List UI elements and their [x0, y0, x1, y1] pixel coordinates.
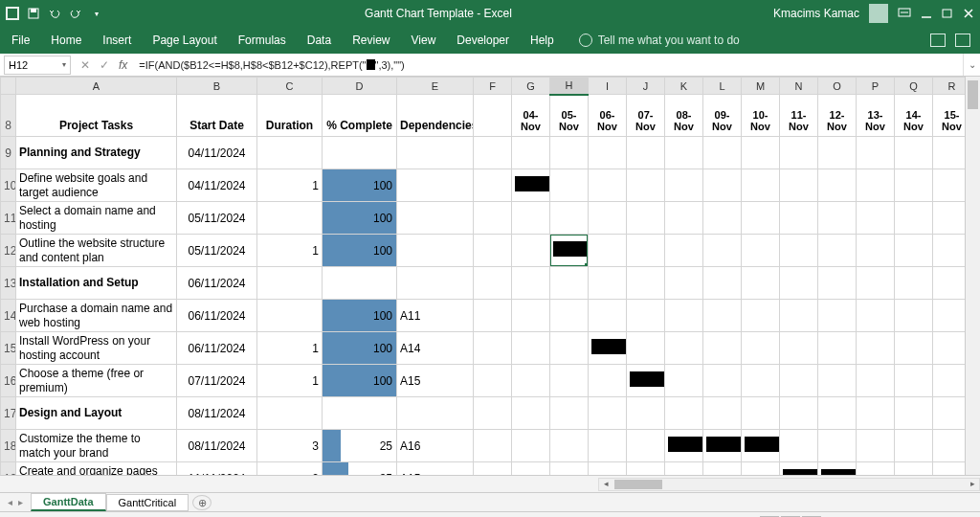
cell-dep[interactable] [397, 169, 474, 202]
col-header-O[interactable]: O [818, 78, 857, 95]
cell[interactable] [818, 137, 857, 169]
cell[interactable] [550, 365, 589, 397]
cell[interactable] [857, 137, 895, 169]
cell-complete[interactable]: 100 [323, 235, 397, 267]
col-header-G[interactable]: G [512, 78, 550, 95]
maximize-icon[interactable] [942, 8, 953, 19]
cell[interactable] [857, 397, 895, 430]
cell[interactable] [780, 365, 818, 397]
sheet-tab-ganttcritical[interactable]: GanttCritical [106, 494, 189, 511]
scroll-left-icon[interactable]: ◂ [599, 479, 612, 490]
cell[interactable] [589, 300, 627, 332]
cell-duration[interactable] [257, 267, 323, 300]
col-header-H[interactable]: H [550, 78, 589, 95]
cell[interactable] [589, 397, 627, 430]
cell-duration[interactable] [257, 397, 323, 430]
cell[interactable] [665, 300, 703, 332]
worksheet[interactable]: ABCDEFGHIJKLMNOPQR8Project TasksStart Da… [0, 77, 980, 475]
cell-date[interactable]: 04/11/2024 [177, 169, 257, 202]
cell[interactable] [550, 169, 589, 202]
cell[interactable] [895, 332, 933, 365]
row-header-9[interactable]: 9 [1, 137, 16, 169]
cell[interactable] [512, 169, 550, 202]
hdr-date-11[interactable]: 14-Nov [895, 95, 933, 137]
cell[interactable] [857, 365, 895, 397]
cell[interactable] [627, 332, 665, 365]
close-icon[interactable] [963, 8, 974, 19]
cell-dep[interactable]: A16 [397, 430, 474, 462]
cell-duration[interactable] [257, 300, 323, 332]
cell[interactable] [665, 332, 703, 365]
cell[interactable] [742, 169, 780, 202]
cell[interactable] [742, 267, 780, 300]
hdr-date-9[interactable]: 12-Nov [818, 95, 857, 137]
cell[interactable] [703, 300, 742, 332]
cell[interactable] [818, 169, 857, 202]
cell[interactable] [703, 332, 742, 365]
cell[interactable] [474, 235, 512, 267]
cell-complete[interactable] [323, 397, 397, 430]
col-header-I[interactable]: I [589, 78, 627, 95]
row-header-12[interactable]: 12 [1, 235, 16, 267]
col-header-E[interactable]: E [397, 78, 474, 95]
cell[interactable] [818, 430, 857, 462]
cell[interactable] [589, 462, 627, 476]
cell-duration[interactable]: 1 [257, 169, 323, 202]
cell[interactable] [512, 300, 550, 332]
cell-complete[interactable]: 100 [323, 365, 397, 397]
col-header-C[interactable]: C [257, 78, 323, 95]
cell-date[interactable]: 06/11/2024 [177, 267, 257, 300]
cell[interactable] [627, 300, 665, 332]
cell[interactable] [627, 137, 665, 169]
cell[interactable] [857, 235, 895, 267]
ribbon-options-icon[interactable] [898, 8, 911, 19]
cell[interactable] [703, 169, 742, 202]
cell[interactable] [589, 202, 627, 235]
cell[interactable] [703, 365, 742, 397]
cell-task[interactable]: Define website goals and target audience [16, 169, 177, 202]
cell[interactable] [627, 235, 665, 267]
tab-view[interactable]: View [412, 34, 436, 47]
cell-duration[interactable]: 1 [257, 235, 323, 267]
tab-data[interactable]: Data [307, 34, 331, 47]
tab-home[interactable]: Home [51, 34, 81, 47]
hdr-date-7[interactable]: 10-Nov [742, 95, 780, 137]
cell[interactable] [665, 397, 703, 430]
cell-dep[interactable] [397, 267, 474, 300]
cell[interactable] [742, 397, 780, 430]
cell[interactable] [780, 397, 818, 430]
qat-customize-icon[interactable]: ▾ [90, 7, 103, 20]
cell[interactable] [895, 365, 933, 397]
cell-dep[interactable]: A15 [397, 365, 474, 397]
cell[interactable] [589, 430, 627, 462]
cell[interactable] [474, 169, 512, 202]
cell[interactable] [780, 202, 818, 235]
cell-task[interactable]: Create and organize pages and posts [16, 462, 177, 476]
tab-page-layout[interactable]: Page Layout [152, 34, 216, 47]
row-header-19[interactable]: 19 [1, 462, 16, 476]
cell-complete[interactable]: 25 [323, 430, 397, 462]
hdr-date-4[interactable]: 07-Nov [627, 95, 665, 137]
cell[interactable] [895, 235, 933, 267]
cell[interactable] [857, 300, 895, 332]
cell[interactable] [512, 137, 550, 169]
cell[interactable] [550, 462, 589, 476]
cell[interactable] [780, 430, 818, 462]
col-header-A[interactable]: A [16, 78, 177, 95]
expand-formula-icon[interactable]: ⌄ [963, 54, 980, 76]
cell-task[interactable]: Install WordPress on your hosting accoun… [16, 332, 177, 365]
tab-file[interactable]: File [11, 34, 30, 47]
cell-task[interactable]: Select a domain name and hosting [16, 202, 177, 235]
cell[interactable] [512, 202, 550, 235]
cell-duration[interactable]: 1 [257, 365, 323, 397]
cell-task[interactable]: Customize the theme to match your brand [16, 430, 177, 462]
cell-duration[interactable] [257, 202, 323, 235]
cell[interactable] [589, 365, 627, 397]
cell-dep[interactable] [397, 397, 474, 430]
cell[interactable] [627, 169, 665, 202]
cell[interactable] [589, 332, 627, 365]
cell[interactable] [550, 235, 589, 267]
cell[interactable] [512, 430, 550, 462]
cell-complete[interactable]: 100 [323, 202, 397, 235]
cell[interactable] [550, 397, 589, 430]
